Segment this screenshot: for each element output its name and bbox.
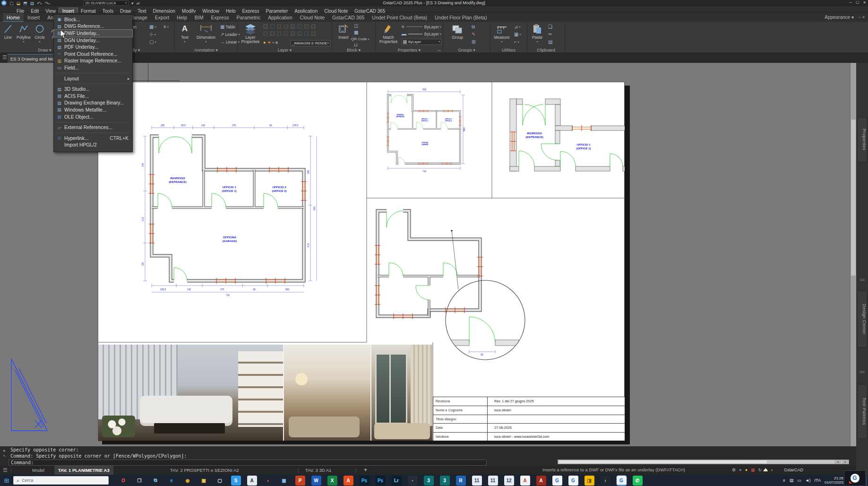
paint-icon[interactable]: ◗ (263, 476, 273, 486)
gear-icon[interactable]: ⚙ (732, 466, 736, 475)
menu-item-3d-studio[interactable]: ▤3D Studio... (54, 86, 132, 93)
whatsapp-icon[interactable]: ✆ (633, 476, 643, 486)
app-gray-icon[interactable]: ▪ (408, 476, 418, 486)
ribbon-tab-insert[interactable]: Insert (24, 13, 43, 22)
close-command-icon[interactable]: ✕ (1, 448, 8, 453)
ribbon-tab-express[interactable]: Express (207, 13, 232, 22)
annotation-panel-label[interactable]: Annotation ▾ (175, 48, 237, 52)
adobe-icon[interactable]: A (344, 476, 353, 486)
menu-item-external-references[interactable]: ▱External References... (54, 124, 132, 131)
ribbon-tab-undet-point-cloud[interactable]: Undet Point Cloud (Beta) (368, 13, 431, 22)
taskbar-clock[interactable]: 21:2601/07/2025 (825, 476, 843, 485)
file-explorer-icon[interactable]: ▣ (199, 476, 209, 486)
gstarcad-icon[interactable]: G (552, 476, 562, 486)
dialog-launcher-icon[interactable]: ⌙ (438, 48, 441, 52)
modify-extra-3[interactable]: ▢▾ (149, 39, 156, 45)
menu-item-raster-image[interactable]: ▥Raster Image Reference... (54, 58, 132, 65)
scrollbar-thumb[interactable] (559, 460, 767, 463)
linetype-row[interactable]: ≡ByLayer▾ (402, 24, 441, 30)
3ds-max-2-icon[interactable]: 3 (440, 476, 450, 486)
menu-item-block[interactable]: ▣Block... (54, 16, 132, 23)
measure-button[interactable]: Measure▾ (492, 23, 511, 44)
ribbon-tab-gstarcad365[interactable]: GstarCAD 365 (328, 13, 368, 22)
add-layout-button[interactable]: + (364, 466, 367, 475)
app-dark-icon[interactable]: › (601, 476, 610, 486)
scroll-left-icon[interactable]: ◂ (834, 460, 841, 464)
chrome-icon[interactable]: ◉ (183, 476, 193, 486)
table-button[interactable]: ▦Table (220, 24, 235, 30)
notes-icon[interactable]: A (247, 476, 257, 486)
layout-tab-tav1[interactable]: TAV. 1 PLANIMETRIE A3 (54, 466, 113, 475)
layer-state-icons[interactable]: ● ☀ ▪ ■ (263, 39, 278, 45)
ribbon-tab-parametric[interactable]: Parametric (232, 13, 264, 22)
qr-code-button[interactable]: ▩ (354, 29, 358, 35)
point-style-button[interactable]: ⌐▾ (514, 39, 519, 45)
task-view-icon[interactable]: ❐ (135, 476, 145, 486)
match-properties-button[interactable]: Match Properties (377, 23, 400, 44)
design-center-palette-tab[interactable]: Design Center (857, 291, 867, 347)
properties-palette-tab[interactable]: Properties (857, 117, 867, 162)
calculator-icon[interactable]: ▦ (279, 476, 289, 486)
edge-icon[interactable]: e (167, 476, 177, 486)
vertical-scrollbar[interactable] (850, 63, 856, 446)
ribbon-tab-cloud-note[interactable]: Cloud Note (296, 13, 329, 22)
skype-icon[interactable]: S (231, 476, 241, 486)
cut-clip-button[interactable]: ✂ (548, 31, 552, 37)
whiteboard-icon[interactable]: ▢ (215, 476, 225, 486)
autocad-2-icon[interactable]: A (536, 476, 546, 486)
lineweight-row[interactable]: ▬ByLayer▾ (402, 31, 441, 37)
photoshop-icon[interactable]: Ps (360, 476, 370, 486)
maximize-icon[interactable]: ☐ (856, 0, 859, 5)
close-icon[interactable]: ✕ (863, 0, 866, 5)
layer-combo[interactable]: _IMMAGINI E RENDER▾ (291, 40, 330, 46)
copy-base-button[interactable]: ▤ (548, 39, 552, 45)
ribbon-tab-undet-floor-plan[interactable]: Undet Floor Plan (Beta) (431, 13, 490, 22)
text-button[interactable]: A Text▾ (178, 23, 192, 44)
gstarcad-2-icon[interactable]: G (568, 476, 578, 486)
model-tab[interactable]: Model (28, 466, 48, 475)
sync-icon[interactable]: ↻ (758, 466, 762, 475)
revit-icon[interactable]: R (456, 476, 466, 486)
copy-clip-button[interactable]: ❏ (548, 24, 552, 30)
quick-select-button[interactable]: ⊿▾ (514, 24, 520, 30)
document-tab[interactable]: ES 3 Drawing and Mod (8, 54, 60, 63)
linear-button[interactable]: ↔Linear▾ (220, 39, 240, 45)
layout-tab-tav2[interactable]: TAV. 2 PROSPETTI e SEZIONI A2 (166, 466, 243, 475)
ribbon-tab-bim[interactable]: BIM (191, 13, 207, 22)
customize-command-icon[interactable]: ✎ (1, 453, 8, 459)
menu-item-dxb[interactable]: ▤Drawing Exchange Binary... (54, 100, 132, 107)
groups-panel-label[interactable]: Groups ▾ (443, 48, 490, 52)
quick-calc-button[interactable]: ▦▾ (514, 31, 521, 37)
doc-tabs-menu-icon[interactable]: ☰ (2, 54, 7, 61)
paste-button[interactable]: Paste▾ (529, 23, 545, 44)
menu-item-field[interactable]: ▭Field... (54, 64, 132, 71)
tool-palettes-tab[interactable]: Tool Palettes (857, 384, 867, 439)
word-icon[interactable]: W (311, 476, 321, 486)
modify-extra-4[interactable]: ≡▾ (163, 24, 169, 30)
ribbon-window-controls[interactable]: ─ ✕ (858, 13, 865, 22)
powerpoint-icon[interactable]: P (295, 476, 305, 486)
polyline-button[interactable]: Polyline▾ (16, 23, 32, 44)
menu-item-pdf-underlay[interactable]: ▤PDF Underlay... (54, 43, 132, 51)
menu-item-acis-file[interactable]: ▤ACIS File... (54, 93, 132, 100)
modify-extra-1[interactable]: ▦▾ (149, 24, 156, 30)
display-icon[interactable]: ▦ (751, 466, 755, 475)
bulb-status-icon[interactable]: ● (745, 466, 748, 475)
appearance-dropdown[interactable]: Appearance ▾ (825, 13, 854, 22)
tray-display-icon[interactable]: ▭ (797, 478, 801, 483)
layer-panel-label[interactable]: Layer ▾ (238, 48, 332, 52)
layout-menu-icon[interactable]: ☰ (3, 466, 8, 475)
menu-item-point-cloud[interactable]: ⁘Point Cloud Reference... (54, 51, 132, 58)
leader-button[interactable]: ↗Leader▾ (220, 31, 240, 37)
scrollbar-thumb[interactable] (851, 120, 856, 276)
menu-item-dwg-reference[interactable]: ▤DWG Reference... (54, 23, 132, 30)
menu-item-layout[interactable]: Layout▸ (54, 75, 132, 82)
autocad-icon[interactable]: A (520, 476, 530, 486)
3ds-max-icon[interactable]: 3 (424, 476, 434, 486)
gstarcad-active-icon[interactable]: G (617, 476, 627, 486)
horizontal-scrollbar[interactable]: ◂ ▸ (558, 460, 849, 464)
color-combo[interactable]: ByLayer▾ (402, 39, 441, 45)
qr-small-1[interactable]: ◫ (354, 23, 358, 29)
lightroom-icon[interactable]: Lr (392, 476, 402, 486)
photoshop-2-icon[interactable]: Ps (376, 476, 386, 486)
